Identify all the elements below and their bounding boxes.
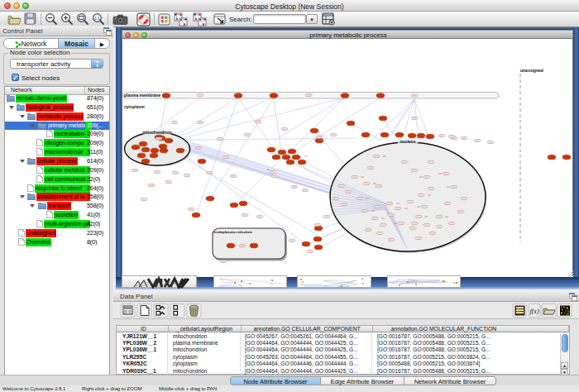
svg-text:cytoplasm: cytoplasm: [124, 104, 145, 109]
svg-text:mitochondrion: mitochondrion: [143, 130, 172, 135]
svg-text:f(x): f(x): [529, 308, 538, 315]
svg-text:unassigned: unassigned: [520, 68, 543, 73]
svg-text:plasma membrane: plasma membrane: [124, 93, 160, 98]
svg-text:endoplasmic reticulum: endoplasmic reticulum: [214, 230, 252, 234]
svg-text:nucleus: nucleus: [400, 139, 416, 144]
svg-text:1:1: 1:1: [94, 17, 100, 21]
